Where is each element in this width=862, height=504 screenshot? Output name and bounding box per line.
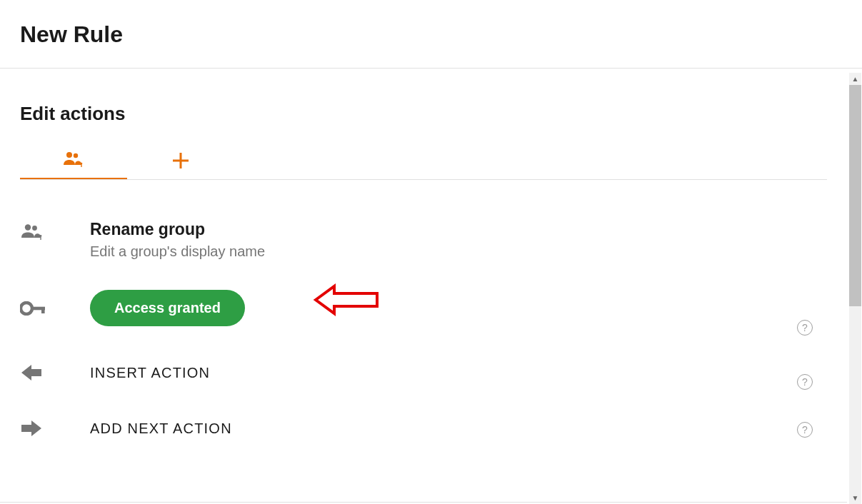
action-list: Rename group Edit a group's display name…	[20, 180, 827, 459]
svg-rect-5	[173, 159, 189, 161]
svg-point-10	[21, 303, 32, 314]
access-granted-badge[interactable]: Access granted	[90, 290, 245, 326]
action-row-access: Access granted ?	[20, 290, 827, 363]
action-body-access: Access granted	[54, 290, 827, 326]
group-info-icon	[62, 151, 85, 172]
header-divider	[0, 68, 862, 69]
action-body-addnext: ADD NEXT ACTION	[54, 420, 827, 437]
svg-point-1	[74, 153, 78, 158]
tabs-bar	[20, 145, 827, 180]
action-subtitle-rename: Edit a group's display name	[90, 243, 827, 260]
key-icon	[20, 301, 54, 316]
help-icon[interactable]: ?	[797, 374, 813, 390]
action-row-rename: Rename group Edit a group's display name	[20, 220, 827, 290]
action-row-addnext[interactable]: ADD NEXT ACTION ?	[20, 419, 827, 459]
help-icon[interactable]: ?	[797, 422, 813, 438]
bottom-divider	[0, 502, 847, 503]
help-icon[interactable]: ?	[797, 320, 813, 336]
svg-rect-12	[41, 308, 45, 313]
svg-point-0	[66, 152, 72, 158]
svg-point-8	[40, 235, 42, 237]
action-title-rename: Rename group	[90, 220, 827, 239]
action-label-addnext: ADD NEXT ACTION	[90, 420, 827, 437]
content-scroll-area[interactable]: Edit actions	[0, 73, 847, 500]
action-body-insert: INSERT ACTION	[54, 365, 827, 381]
svg-rect-9	[40, 237, 41, 241]
tab-group-action[interactable]	[20, 145, 127, 179]
scroll-thumb[interactable]	[849, 85, 861, 306]
plus-icon	[173, 151, 189, 173]
arrow-right-icon	[20, 419, 54, 438]
outer-scrollbar[interactable]: ▲ ▼	[849, 73, 861, 504]
tab-add-action[interactable]	[127, 145, 234, 179]
group-info-icon	[20, 220, 54, 241]
section-title: Edit actions	[20, 73, 827, 145]
page-title: New Rule	[0, 0, 862, 68]
scroll-down-arrow[interactable]: ▼	[849, 492, 861, 504]
svg-point-6	[25, 224, 31, 230]
svg-rect-3	[81, 164, 81, 167]
action-label-insert: INSERT ACTION	[90, 365, 827, 381]
action-row-insert[interactable]: INSERT ACTION ?	[20, 363, 827, 419]
svg-point-2	[81, 163, 83, 165]
scroll-up-arrow[interactable]: ▲	[849, 73, 861, 85]
arrow-left-icon	[20, 363, 54, 382]
action-body-rename: Rename group Edit a group's display name	[54, 220, 827, 260]
svg-point-7	[32, 226, 37, 231]
